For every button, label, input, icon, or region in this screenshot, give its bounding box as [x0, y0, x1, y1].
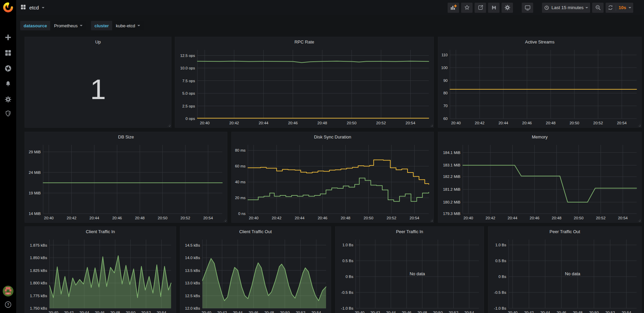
svg-text:184.1 MiB: 184.1 MiB [443, 151, 460, 155]
svg-text:80 ms: 80 ms [235, 148, 246, 152]
svg-text:20:54: 20:54 [406, 121, 415, 125]
svg-text:20:54: 20:54 [311, 311, 321, 313]
svg-text:20:50: 20:50 [433, 311, 443, 313]
svg-text:20:44: 20:44 [508, 216, 517, 220]
shield-icon[interactable] [4, 110, 12, 117]
svg-text:No data: No data [565, 271, 580, 276]
dashboard-grid: datasource Prometheus cluster kube-etcd … [16, 0, 644, 313]
svg-text:20:42: 20:42 [475, 121, 485, 125]
memory-chart[interactable]: 20:4020:4220:4420:4620:4820:5020:5220:54… [438, 132, 641, 222]
svg-text:?: ? [7, 303, 9, 307]
svg-text:1.775 kBs: 1.775 kBs [30, 294, 47, 298]
svg-text:20:40: 20:40 [49, 311, 58, 313]
svg-text:20:44: 20:44 [259, 121, 268, 125]
svg-text:20:42: 20:42 [67, 216, 76, 220]
svg-text:20:40: 20:40 [355, 311, 364, 313]
svg-text:20:48: 20:48 [110, 311, 120, 313]
peer-traffic-in-chart[interactable]: 20:4020:4220:4420:4620:4820:5020:5220:54… [335, 227, 484, 313]
svg-text:1.825 kBs: 1.825 kBs [30, 269, 47, 273]
active-streams-chart[interactable]: 20:4020:4220:4420:4620:4820:5020:5220:54… [438, 37, 641, 127]
svg-text:0 Bs: 0 Bs [346, 275, 353, 279]
svg-text:20:48: 20:48 [546, 121, 556, 125]
svg-text:10.0 ops: 10.0 ops [180, 66, 195, 70]
svg-text:14.5 kBs: 14.5 kBs [185, 243, 200, 247]
svg-text:20:42: 20:42 [229, 121, 239, 125]
svg-text:20:54: 20:54 [618, 216, 628, 220]
grafana-logo[interactable] [2, 2, 14, 13]
plus-icon[interactable] [4, 34, 12, 41]
svg-text:180.2 MiB: 180.2 MiB [443, 200, 460, 204]
svg-text:20:42: 20:42 [64, 311, 74, 313]
svg-text:80: 80 [443, 91, 448, 95]
svg-text:181.2 MiB: 181.2 MiB [443, 187, 460, 191]
configuration-gear-icon[interactable] [4, 96, 12, 103]
variable-value: Prometheus [54, 23, 77, 28]
disk-sync-duration-chart[interactable]: 20:4020:4220:4420:4620:4820:5020:5220:54… [232, 132, 433, 222]
svg-text:183.1 MiB: 183.1 MiB [443, 163, 460, 167]
svg-text:20:44: 20:44 [295, 216, 304, 220]
svg-text:20:44: 20:44 [90, 216, 99, 220]
dashboards-grid-icon[interactable] [4, 49, 12, 57]
svg-text:20:40: 20:40 [508, 311, 518, 313]
svg-text:-0.5 Bs: -0.5 Bs [341, 290, 354, 294]
variable-label: datasource [20, 21, 50, 30]
svg-text:60 ms: 60 ms [235, 164, 246, 168]
svg-text:110: 110 [442, 53, 448, 57]
panel-title[interactable]: Up [25, 39, 171, 44]
panel-peer-traffic-out: Peer Traffic Out 20:4020:4220:4420:4620:… [488, 226, 642, 313]
svg-text:1.750 kBs: 1.750 kBs [30, 306, 47, 310]
svg-text:20:48: 20:48 [341, 216, 350, 220]
svg-text:20 ms: 20 ms [235, 196, 246, 200]
svg-text:20:44: 20:44 [233, 311, 243, 313]
svg-text:0 ns: 0 ns [238, 212, 246, 216]
help-question-icon[interactable]: ? [4, 301, 12, 308]
svg-text:0 Bs: 0 Bs [498, 275, 506, 279]
variable-datasource[interactable]: datasource Prometheus [20, 21, 86, 30]
client-traffic-out-chart[interactable]: 20:4020:4220:4420:4620:4820:5020:5220:54… [180, 227, 331, 313]
svg-text:20:44: 20:44 [386, 311, 396, 313]
svg-text:20:50: 20:50 [574, 216, 584, 220]
svg-text:24 MiB: 24 MiB [29, 170, 41, 175]
svg-text:20:50: 20:50 [347, 121, 357, 125]
alerting-bell-icon[interactable] [4, 80, 12, 88]
svg-text:20:54: 20:54 [410, 216, 419, 220]
chevron-down-icon [137, 25, 140, 26]
peer-traffic-out-chart[interactable]: 20:4020:4220:4420:4620:4820:5020:5220:54… [488, 227, 641, 313]
variable-cluster[interactable]: cluster kube-etcd [91, 21, 144, 30]
svg-text:20:46: 20:46 [112, 216, 122, 220]
panel-peer-traffic-in: Peer Traffic In 20:4020:4220:4420:4620:4… [335, 226, 484, 313]
svg-text:1.0 Bs: 1.0 Bs [342, 243, 353, 247]
svg-text:20:48: 20:48 [552, 216, 561, 220]
grafana-dashboard: ? etcd [0, 0, 644, 313]
user-avatar[interactable] [3, 286, 13, 296]
svg-text:20:52: 20:52 [387, 216, 396, 220]
svg-text:1.800 kBs: 1.800 kBs [30, 281, 47, 285]
svg-text:19 MiB: 19 MiB [29, 191, 41, 195]
svg-text:0.5 Bs: 0.5 Bs [495, 259, 506, 263]
stat-value: 1 [25, 75, 171, 103]
rpc-rate-chart[interactable]: 20:4020:4220:4420:4620:4820:5020:5220:54… [175, 37, 433, 127]
explore-compass-icon[interactable] [4, 65, 12, 72]
svg-text:20:44: 20:44 [79, 311, 89, 313]
svg-text:20:40: 20:40 [451, 121, 461, 125]
svg-text:20:46: 20:46 [288, 121, 298, 125]
svg-text:20:46: 20:46 [95, 311, 105, 313]
panel-memory: Memory 20:4020:4220:4420:4620:4820:5020:… [438, 132, 642, 223]
svg-text:7.5 ops: 7.5 ops [182, 79, 195, 83]
svg-text:20:40: 20:40 [249, 216, 259, 220]
svg-text:No data: No data [410, 271, 425, 276]
svg-text:20:48: 20:48 [264, 311, 274, 313]
svg-text:0 ops: 0 ops [186, 117, 195, 121]
panel-active-streams: Active Streams 20:4020:4220:4420:4620:48… [438, 37, 642, 128]
svg-text:100: 100 [441, 66, 448, 70]
svg-text:20:46: 20:46 [318, 216, 327, 220]
svg-text:20:50: 20:50 [589, 311, 599, 313]
panel-disk-sync-duration: Disk Sync Duration 20:4020:4220:4420:462… [231, 132, 434, 223]
panel-client-traffic-in: Client Traffic In 20:4020:4220:4420:4620… [25, 226, 176, 313]
svg-text:1.850 kBs: 1.850 kBs [30, 256, 47, 260]
svg-text:20:54: 20:54 [617, 121, 627, 125]
svg-text:20:50: 20:50 [364, 216, 374, 220]
db-size-chart[interactable]: 20:4020:4220:4420:4620:4820:5020:5220:54… [25, 132, 227, 222]
svg-text:70: 70 [443, 104, 448, 108]
client-traffic-in-chart[interactable]: 20:4020:4220:4420:4620:4820:5020:5220:54… [25, 227, 176, 313]
